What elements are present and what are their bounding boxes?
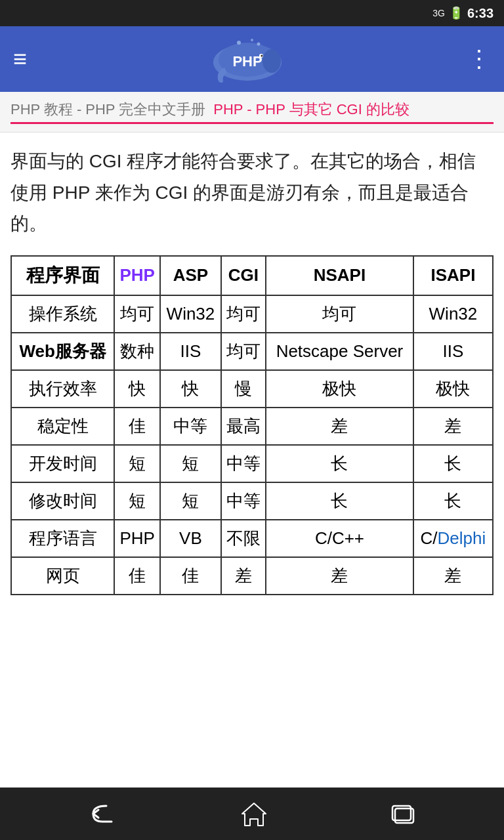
php-logo-svg: PHP bbox=[211, 35, 284, 84]
breadcrumb-link-manual[interactable]: PHP 完全中文手册 bbox=[85, 100, 205, 119]
table-row: Web服务器数种IIS均可Netscape ServerIIS bbox=[11, 333, 493, 370]
table-cell: 均可 bbox=[221, 333, 266, 370]
table-cell: 快 bbox=[114, 370, 160, 408]
bottom-nav bbox=[0, 788, 504, 840]
more-options-icon[interactable]: ⋮ bbox=[467, 45, 491, 73]
col-header-isapi: ISAPI bbox=[413, 256, 493, 295]
col-header-php: PHP bbox=[114, 256, 160, 295]
svg-text:PHP: PHP bbox=[232, 53, 262, 70]
svg-marker-9 bbox=[242, 803, 266, 826]
table-cell: 网页 bbox=[11, 557, 114, 595]
table-cell: Win32 bbox=[413, 295, 493, 333]
table-cell: 佳 bbox=[160, 557, 220, 595]
table-row: 开发时间短短中等长长 bbox=[11, 445, 493, 482]
comparison-table: 程序界面 PHP ASP CGI NSAPI ISAPI 操作系统均可Win32… bbox=[10, 255, 494, 595]
svg-point-7 bbox=[251, 39, 253, 41]
table-cell: 慢 bbox=[221, 370, 266, 408]
table-cell: 修改时间 bbox=[11, 482, 114, 520]
intro-paragraph: 界面与的 CGI 程序才能符合要求了。在其它的场合，相信使用 PHP 来作为 C… bbox=[10, 146, 494, 240]
table-cell: 差 bbox=[266, 408, 413, 445]
table-cell: 佳 bbox=[114, 557, 160, 595]
table-cell: 中等 bbox=[221, 445, 266, 482]
table-cell: PHP bbox=[114, 520, 160, 557]
table-cell: 不限 bbox=[221, 520, 266, 557]
table-cell: 快 bbox=[160, 370, 220, 408]
table-cell: 长 bbox=[266, 482, 413, 520]
status-icons: 3G 🔋 6:33 bbox=[432, 6, 494, 21]
col-header-cgi: CGI bbox=[221, 256, 266, 295]
table-cell: 差 bbox=[266, 557, 413, 595]
table-cell: C/C++ bbox=[266, 520, 413, 557]
clock: 6:33 bbox=[467, 6, 494, 21]
battery-icon: 🔋 bbox=[449, 6, 463, 20]
breadcrumb-sep-1: - bbox=[77, 101, 81, 118]
table-cell: 长 bbox=[266, 445, 413, 482]
col-header-nsapi: NSAPI bbox=[266, 256, 413, 295]
table-cell: 佳 bbox=[114, 408, 160, 445]
table-cell: 中等 bbox=[221, 482, 266, 520]
table-cell: 差 bbox=[221, 557, 266, 595]
table-cell: 均可 bbox=[266, 295, 413, 333]
table-cell: IIS bbox=[413, 333, 493, 370]
table-cell: 中等 bbox=[160, 408, 220, 445]
table-cell: 最高 bbox=[221, 408, 266, 445]
main-content: 界面与的 CGI 程序才能符合要求了。在其它的场合，相信使用 PHP 来作为 C… bbox=[0, 133, 504, 602]
table-row: 修改时间短短中等长长 bbox=[11, 482, 493, 520]
home-button[interactable] bbox=[240, 799, 268, 828]
table-cell: 长 bbox=[413, 482, 493, 520]
svg-point-6 bbox=[237, 41, 241, 45]
svg-point-3 bbox=[262, 49, 281, 73]
table-cell: 数种 bbox=[114, 333, 160, 370]
table-cell: 短 bbox=[160, 445, 220, 482]
svg-point-8 bbox=[257, 42, 260, 45]
table-cell: 短 bbox=[114, 445, 160, 482]
table-cell: Win32 bbox=[160, 295, 220, 333]
table-cell: 操作系统 bbox=[11, 295, 114, 333]
recents-button[interactable] bbox=[388, 799, 417, 828]
col-header-asp: ASP bbox=[160, 256, 220, 295]
table-cell: 差 bbox=[413, 408, 493, 445]
table-cell: IIS bbox=[160, 333, 220, 370]
svg-point-5 bbox=[261, 54, 262, 56]
table-cell: 差 bbox=[413, 557, 493, 595]
breadcrumb-link-tutorial[interactable]: PHP 教程 bbox=[10, 100, 73, 119]
table-cell: 开发时间 bbox=[11, 445, 114, 482]
signal-icon: 3G bbox=[432, 8, 445, 18]
table-cell: 极快 bbox=[413, 370, 493, 408]
table-cell: 长 bbox=[413, 445, 493, 482]
table-cell: 均可 bbox=[221, 295, 266, 333]
breadcrumb: PHP 教程 - PHP 完全中文手册 PHP - PHP 与其它 CGI 的比… bbox=[0, 92, 504, 133]
table-row: 执行效率快快慢极快极快 bbox=[11, 370, 493, 408]
table-row: 稳定性佳中等最高差差 bbox=[11, 408, 493, 445]
table-header-row: 程序界面 PHP ASP CGI NSAPI ISAPI bbox=[11, 256, 493, 295]
app-logo: PHP bbox=[211, 35, 284, 84]
table-cell: 程序语言 bbox=[11, 520, 114, 557]
table-cell: 均可 bbox=[114, 295, 160, 333]
table-row: 程序语言PHPVB不限C/C++C/Delphi bbox=[11, 520, 493, 557]
table-row: 网页佳佳差差差 bbox=[11, 557, 493, 595]
back-button[interactable] bbox=[87, 801, 119, 827]
table-cell: Netscape Server bbox=[266, 333, 413, 370]
table-cell: 稳定性 bbox=[11, 408, 114, 445]
table-cell: VB bbox=[160, 520, 220, 557]
table-cell: 极快 bbox=[266, 370, 413, 408]
table-cell: C/Delphi bbox=[413, 520, 493, 557]
col-header-category: 程序界面 bbox=[11, 256, 114, 295]
table-cell: Web服务器 bbox=[11, 333, 114, 370]
toolbar: ≡ PHP ⋮ bbox=[0, 26, 504, 92]
table-cell: 短 bbox=[160, 482, 220, 520]
status-bar: 3G 🔋 6:33 bbox=[0, 0, 504, 26]
breadcrumb-underline bbox=[10, 122, 494, 124]
breadcrumb-current-page: PHP - PHP 与其它 CGI 的比较 bbox=[213, 100, 410, 119]
table-cell: 短 bbox=[114, 482, 160, 520]
menu-icon[interactable]: ≡ bbox=[13, 47, 27, 71]
table-cell: 执行效率 bbox=[11, 370, 114, 408]
table-row: 操作系统均可Win32均可均可Win32 bbox=[11, 295, 493, 333]
